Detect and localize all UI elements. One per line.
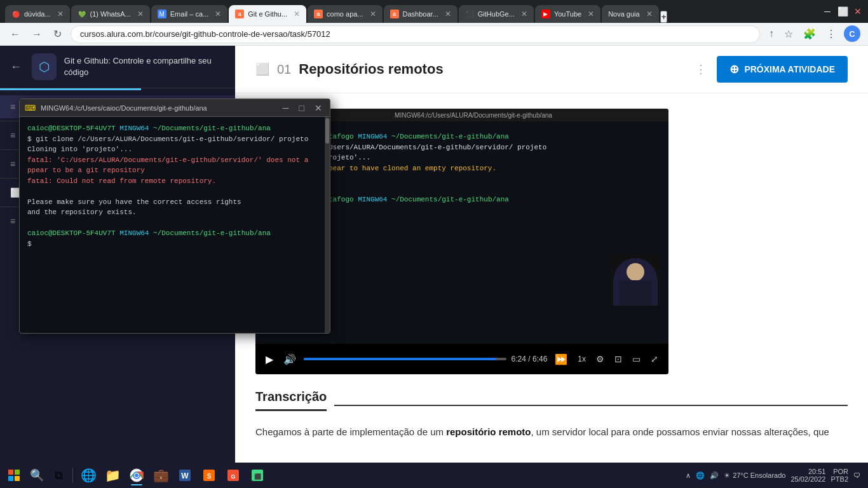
sidebar-header: ← ⬡ Git e Github: Controle e compartilhe… (0, 46, 235, 88)
tab-nova-guia[interactable]: Nova guia ✕ (602, 5, 659, 23)
url-bar[interactable]: cursos.alura.com.br/course/git-github-co… (71, 25, 760, 43)
clock-widget[interactable]: 20:51 25/02/2022 (790, 468, 825, 483)
extensions-icon[interactable]: 🧩 (801, 25, 818, 43)
profile-button[interactable]: C (844, 25, 860, 42)
notification-icon[interactable]: 🗨 (853, 471, 860, 479)
fullscreen-icon[interactable]: ⤢ (648, 351, 661, 367)
explorer-taskbar-icon[interactable]: 📁 (101, 464, 124, 487)
playback-speed[interactable]: 1x (575, 355, 588, 363)
minimize-button[interactable]: ─ (822, 6, 832, 17)
float-terminal-header: ⌨ MINGW64:/c/Users/caioc/Documents/git-e… (20, 99, 330, 117)
tab-label-como: como apa... (327, 10, 363, 18)
bookmark-icon[interactable]: ☆ (782, 25, 796, 43)
play-pause-button[interactable]: ▶ (263, 351, 276, 368)
android-taskbar-icon[interactable]: ⬛ (246, 464, 269, 487)
section-divider (334, 405, 848, 406)
transcription-section: Transcrição Chegamos à parte de implemen… (255, 390, 848, 440)
pip-icon[interactable]: ⊡ (612, 351, 625, 367)
list-icon-01: ≡ (10, 102, 15, 112)
tab-whatsapp[interactable]: 💚 (1) WhatsA... ✕ (71, 5, 150, 23)
svg-rect-2 (8, 476, 13, 481)
forward-button[interactable]: → (29, 26, 44, 43)
svg-text:G: G (231, 473, 235, 480)
ft-line-11: caioc@DESKTOP-5F4UV7T MINGW64 ~/Document… (27, 228, 322, 239)
tab-close-whats[interactable]: ✕ (137, 10, 144, 18)
tab-git-github[interactable]: a Git e Githu... ✕ (229, 5, 306, 23)
content-title-area: ⬜ 01 Repositórios remotos (255, 61, 444, 78)
sidebar-back-button[interactable]: ← (10, 60, 22, 74)
chrome-taskbar-icon[interactable] (125, 464, 148, 487)
tab-close-como[interactable]: ✕ (370, 10, 376, 18)
share-icon[interactable]: ↑ (766, 25, 776, 43)
ft-line-5: ppear to be a git repository (27, 165, 322, 176)
terminal-scrollbar[interactable] (325, 117, 330, 333)
clock-date: 25/02/2022 (790, 475, 825, 483)
transcription-header: Transcrição (255, 390, 848, 421)
close-button[interactable]: ✕ (853, 6, 863, 17)
tab-close-duvida[interactable]: ✕ (57, 10, 64, 18)
tab-email[interactable]: M Email – ca... ✕ (151, 5, 228, 23)
address-bar-icons: ↑ ☆ 🧩 ⋮ C (766, 25, 860, 43)
word-taskbar-icon[interactable]: W (173, 464, 196, 487)
lesson-title: Repositórios remotos (299, 61, 443, 78)
float-terminal-maximize[interactable]: □ (297, 103, 307, 113)
tab-favicon-git: a (235, 10, 244, 18)
ft-line-8: Please make sure you have the correct ac… (27, 197, 322, 208)
start-button[interactable] (3, 464, 25, 487)
more-options-icon[interactable]: ⋮ (695, 62, 707, 76)
tab-favicon-duvida: 🔴 (11, 10, 20, 18)
clock-time: 20:51 (808, 468, 826, 475)
teams-taskbar-icon[interactable]: 💼 (149, 464, 172, 487)
tab-close-dash[interactable]: ✕ (445, 10, 451, 18)
tab-close-email[interactable]: ✕ (215, 10, 221, 18)
tab-close-git[interactable]: ✕ (294, 10, 300, 18)
task-view-button[interactable]: ⧉ (48, 465, 69, 485)
lesson-number: 01 (277, 62, 291, 77)
settings-icon[interactable]: ⋮ (824, 25, 839, 43)
language-widget[interactable]: POR PTB2 (831, 468, 848, 483)
back-button[interactable]: ← (8, 26, 23, 43)
address-bar: ← → ↻ cursos.alura.com.br/course/git-git… (0, 23, 868, 46)
search-taskbar-button[interactable]: 🔍 (27, 465, 47, 485)
volume-button[interactable]: 🔊 (281, 351, 299, 368)
sublime-taskbar-icon[interactable]: S (198, 464, 220, 487)
tab-label-nova: Nova guia (608, 10, 640, 18)
float-terminal-minimize[interactable]: ─ (280, 103, 292, 113)
chevron-up-icon[interactable]: ∧ (686, 471, 691, 480)
tab-como[interactable]: a como apa... ✕ (308, 5, 382, 23)
lang-variant: PTB2 (831, 475, 848, 483)
tab-close-youtube[interactable]: ✕ (588, 10, 594, 18)
browser-chrome: 🔴 dúvida... ✕ 💚 (1) WhatsA... ✕ M Email … (0, 0, 868, 23)
skip-forward-button[interactable]: ⏩ (552, 351, 570, 368)
network-icon[interactable]: 🌐 (696, 471, 705, 480)
theater-icon[interactable]: ▭ (630, 351, 643, 367)
ft-line-2: $ git clone /c/Users/ALURA/Documents/git… (27, 134, 322, 145)
system-tray: ∧ 🌐 🔊 ☀ 27°C Ensolarado 20:51 25/02/2022… (681, 468, 865, 483)
ft-line-4: fatal: 'C:/Users/ALURA/Documents/git-e-g… (27, 155, 322, 166)
window-controls: ─ ⬜ ✕ (822, 6, 863, 17)
svg-rect-3 (15, 476, 20, 481)
lesson-icon: ⬜ (255, 62, 269, 76)
float-terminal-close[interactable]: ✕ (312, 103, 325, 113)
git-bash-taskbar-icon[interactable]: G (222, 464, 245, 487)
tab-duvida[interactable]: 🔴 dúvida... ✕ (5, 5, 70, 23)
ft-line-6: fatal: Could not read from remote reposi… (27, 176, 322, 187)
tab-youtube[interactable]: ▶ YouTube ✕ (535, 5, 600, 23)
tab-dashboard[interactable]: a Dashboar... ✕ (384, 5, 458, 23)
restore-button[interactable]: ⬜ (837, 6, 848, 17)
taskbar: 🔍 ⧉ 🌐 📁 💼 W S G (0, 463, 868, 488)
list-icon-03: ≡ (10, 159, 15, 169)
video-progress-bar[interactable] (304, 358, 506, 360)
new-tab-button[interactable]: + (660, 11, 668, 23)
sound-icon[interactable]: 🔊 (710, 471, 719, 480)
refresh-button[interactable]: ↻ (51, 25, 64, 43)
tab-close-github[interactable]: ✕ (521, 10, 527, 18)
tab-github[interactable]: ⬛ GitHubGe... ✕ (459, 5, 534, 23)
sidebar-logo: ⬡ (32, 53, 57, 80)
settings-video-icon[interactable]: ⚙ (593, 351, 607, 367)
next-activity-button[interactable]: ⊕ PRÓXIMA ATIVIDADE (717, 56, 848, 83)
tab-close-nova[interactable]: ✕ (646, 10, 653, 18)
weather-widget[interactable]: ☀ 27°C Ensolarado (724, 471, 785, 480)
ft-line-3: Cloning into 'projeto'... (27, 144, 322, 155)
edge-taskbar-icon[interactable]: 🌐 (77, 464, 100, 487)
